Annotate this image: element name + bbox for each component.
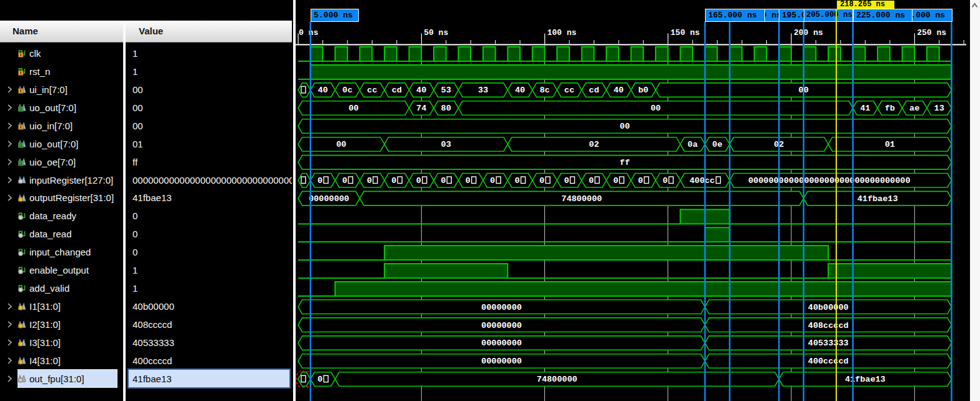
svg-text:0: 0	[466, 176, 471, 186]
svg-text:150 ns: 150 ns	[671, 28, 700, 37]
svg-text:cc: cc	[564, 86, 574, 95]
svg-text:03: 03	[441, 140, 451, 149]
svg-text:250 ns: 250 ns	[917, 28, 946, 37]
svg-text:0: 0	[638, 176, 643, 186]
svg-text:13: 13	[934, 104, 944, 113]
svg-text:00000000: 00000000	[481, 339, 522, 348]
svg-text:50 ns: 50 ns	[424, 28, 448, 37]
svg-text:00000000: 00000000	[309, 194, 349, 204]
svg-text:0: 0	[342, 176, 347, 186]
svg-text:0: 0	[662, 176, 668, 186]
svg-text:cc: cc	[367, 86, 377, 95]
svg-text:0: 0	[318, 375, 322, 384]
svg-text:40: 40	[318, 86, 328, 95]
svg-text:cd: cd	[392, 86, 402, 95]
svg-text:b0: b0	[638, 86, 648, 95]
svg-text:000000000000000000000000000000: 00000000000000000000000000000000	[748, 176, 910, 186]
svg-text:00000000: 00000000	[481, 357, 522, 366]
svg-text:0 ns: 0 ns	[299, 28, 318, 37]
svg-text:400ccccd: 400ccccd	[808, 357, 849, 366]
svg-text:408ccccd: 408ccccd	[808, 321, 849, 330]
svg-text:0: 0	[367, 176, 372, 186]
svg-text:33: 33	[478, 86, 488, 95]
svg-text:74800000: 74800000	[561, 194, 602, 204]
svg-text:0: 0	[416, 176, 421, 186]
svg-text:00: 00	[336, 140, 346, 149]
svg-text:74: 74	[416, 104, 426, 113]
svg-text:0: 0	[490, 176, 495, 186]
svg-text:0: 0	[589, 176, 594, 186]
svg-text:ae: ae	[909, 104, 919, 113]
svg-text:cd: cd	[589, 86, 599, 95]
svg-text:200 ns: 200 ns	[794, 28, 823, 37]
svg-text:fb: fb	[885, 104, 895, 113]
svg-text:0: 0	[318, 176, 322, 186]
svg-text:400cc: 400cc	[689, 176, 715, 186]
svg-text:ff: ff	[620, 158, 630, 167]
svg-text:0: 0	[515, 176, 520, 186]
svg-text:40: 40	[614, 86, 624, 95]
svg-text:41fbae13: 41fbae13	[858, 194, 898, 204]
svg-text:0c: 0c	[342, 86, 352, 95]
svg-text:01: 01	[885, 140, 895, 149]
svg-text:74800000: 74800000	[537, 375, 578, 384]
svg-text:00: 00	[349, 104, 359, 113]
svg-text:41: 41	[860, 104, 870, 113]
svg-text:80: 80	[441, 104, 451, 113]
svg-text:0e: 0e	[712, 140, 722, 149]
svg-text:0: 0	[613, 176, 618, 186]
svg-text:00000000: 00000000	[481, 321, 522, 330]
svg-text:00000000: 00000000	[481, 303, 522, 312]
svg-text:00: 00	[651, 104, 661, 113]
svg-text:8c: 8c	[539, 86, 549, 95]
svg-text:00: 00	[620, 122, 630, 131]
svg-text:02: 02	[589, 140, 599, 149]
svg-text:0: 0	[539, 176, 544, 186]
svg-text:0a: 0a	[688, 140, 698, 149]
svg-text:40533333: 40533333	[808, 339, 849, 348]
svg-text:0: 0	[441, 176, 446, 186]
svg-text:41fbae13: 41fbae13	[845, 375, 886, 384]
svg-text:40: 40	[416, 86, 426, 95]
svg-text:40: 40	[515, 86, 525, 95]
svg-text:53: 53	[441, 86, 451, 95]
svg-text:100 ns: 100 ns	[548, 28, 577, 37]
svg-text:0: 0	[564, 176, 569, 186]
svg-text:0: 0	[391, 176, 396, 186]
svg-text:40b00000: 40b00000	[808, 303, 849, 312]
